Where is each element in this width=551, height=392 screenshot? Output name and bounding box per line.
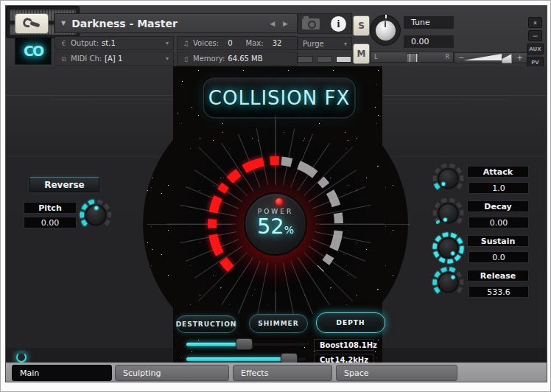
tune-label: Tune [404, 16, 454, 29]
window-frame: CO ▼ Darkness - Master ◀ ▶ € Output: st.… [0, 0, 551, 392]
instrument-title-dropdown[interactable]: ▼ Darkness - Master ◀ ▶ [55, 13, 298, 33]
attack-value[interactable]: 1.0 [468, 182, 529, 194]
boost-readout[interactable]: Boost 108.1Hz [314, 339, 374, 351]
kontakt-instrument: CO ▼ Darkness - Master ◀ ▶ € Output: st.… [5, 5, 547, 382]
sustain-value[interactable]: 0.0 [468, 251, 529, 263]
output-value: st.1 [102, 39, 116, 47]
loop-toggle[interactable] [12, 351, 31, 363]
plugin-title-badge: COLLISION FX [203, 77, 356, 119]
voices-max-value: 32 [273, 39, 282, 47]
plugin-title: COLLISION FX [208, 87, 350, 109]
memory-label: Memory: [193, 55, 225, 63]
cut-label: Cut [320, 356, 334, 363]
cut-readout[interactable]: Cut 14.2kHz [314, 354, 374, 363]
reverse-button[interactable]: Reverse [29, 177, 99, 192]
output-selector[interactable]: € Output: st.1 ▾ [55, 36, 174, 50]
voices-label: Voices: [193, 39, 219, 47]
instrument-title: Darkness - Master [71, 18, 264, 29]
decay-value[interactable]: 0.00 [468, 217, 529, 228]
snapshot-info-group: i [298, 13, 352, 34]
pan-slider[interactable]: L R [370, 52, 454, 63]
destruction-button[interactable]: DESTRUCTION [176, 315, 236, 333]
power-value: 52% [257, 216, 294, 241]
pitch-value[interactable]: 0.00 [24, 217, 77, 228]
memory-icon: ▯ [182, 55, 190, 63]
info-icon[interactable]: i [331, 16, 346, 32]
voices-display: ♫ Voices: 0 Max: 32 [177, 36, 298, 50]
pitch-knob[interactable] [79, 198, 113, 232]
close-button[interactable]: x [528, 17, 542, 28]
release-label: Release [467, 270, 529, 281]
logo-text: CO [24, 43, 43, 59]
indicator-bar [298, 56, 313, 63]
attack-label: Attack [467, 166, 529, 178]
voices-icon: ♫ [182, 40, 190, 47]
midi-label: MIDI Ch: [71, 55, 102, 63]
output-icon: € [60, 40, 68, 47]
power-knob[interactable]: POWER 52% [244, 192, 307, 256]
main-panel: COLLISION FX [6, 66, 547, 363]
cut-slider-handle[interactable] [281, 353, 298, 363]
shimmer-button[interactable]: SHIMMER [249, 314, 308, 333]
tab-main[interactable]: Main [12, 365, 112, 381]
decay-knob[interactable] [432, 197, 465, 230]
memory-display: ▯ Memory: 64.65 MB [177, 52, 298, 66]
volume-plus-label: + [517, 54, 523, 62]
minimize-button[interactable]: — [528, 30, 542, 41]
camera-icon[interactable] [302, 18, 320, 29]
solo-button[interactable]: S [353, 15, 370, 36]
pan-right-label: R [445, 54, 449, 60]
purge-menu[interactable]: Purge ▾ [298, 37, 352, 50]
boost-value: 108.1Hz [343, 341, 377, 349]
tab-sculpting[interactable]: Sculpting [115, 365, 229, 381]
boost-label: Boost [320, 341, 343, 349]
sustain-label: Sustain [467, 235, 529, 247]
loop-icon [16, 352, 27, 363]
dropdown-caret-icon: ▼ [61, 20, 66, 27]
boost-slider-fill [186, 343, 242, 346]
pan-handle[interactable] [406, 53, 419, 63]
power-unit: % [284, 224, 294, 236]
pan-left-label: L [374, 54, 377, 60]
cut-slider-fill [186, 357, 287, 361]
release-value[interactable]: 533.6 [468, 286, 529, 298]
wrench-icon [21, 16, 41, 32]
volume-slider[interactable]: − + [454, 52, 527, 63]
purge-label: Purge [303, 40, 324, 48]
memory-value: 64.65 MB [228, 55, 262, 63]
aux-button[interactable]: AUX [527, 43, 544, 55]
tune-knob[interactable] [370, 15, 401, 46]
tune-value[interactable]: 0.00 [404, 35, 454, 48]
release-knob[interactable] [432, 266, 465, 299]
depth-button[interactable]: DEPTH [316, 312, 385, 333]
voices-max-label: Max: [246, 39, 264, 47]
prev-next-arrows[interactable]: ◀ ▶ [270, 20, 291, 27]
mute-button[interactable]: M [353, 43, 370, 64]
wrench-button[interactable] [15, 13, 49, 34]
midi-channel-selector[interactable]: ⊙ MIDI Ch: [A] 1 ▾ [55, 52, 174, 66]
tune-knob-tick [385, 15, 387, 18]
sustain-knob[interactable] [432, 231, 465, 265]
tab-space[interactable]: Space [336, 365, 457, 381]
midi-icon: ⊙ [60, 55, 68, 63]
pitch-label: Pitch [24, 202, 77, 214]
decay-label: Decay [467, 200, 529, 212]
power-knob-indicator-dot [276, 198, 283, 206]
midi-value: [A] 1 [105, 55, 122, 63]
volume-wedge [463, 54, 502, 60]
instrument-logo: CO [15, 37, 52, 65]
tune-knob-cap [376, 21, 396, 41]
indicator-bar [317, 56, 332, 63]
page-tab-bar: Main Sculpting Effects Space [6, 363, 547, 382]
purge-indicator-bars [298, 56, 352, 62]
tab-effects[interactable]: Effects [233, 365, 332, 381]
cut-value: 14.2kHz [334, 356, 368, 363]
boost-slider-handle[interactable] [236, 338, 253, 350]
output-caret-icon: ▾ [166, 40, 169, 46]
volume-handle[interactable] [502, 54, 512, 63]
indicator-bar [336, 56, 351, 63]
attack-knob[interactable] [432, 162, 465, 195]
voices-value: 0 [228, 39, 232, 47]
header-bar: CO ▼ Darkness - Master ◀ ▶ € Output: st.… [6, 6, 547, 66]
midi-caret-icon: ▾ [166, 55, 169, 62]
